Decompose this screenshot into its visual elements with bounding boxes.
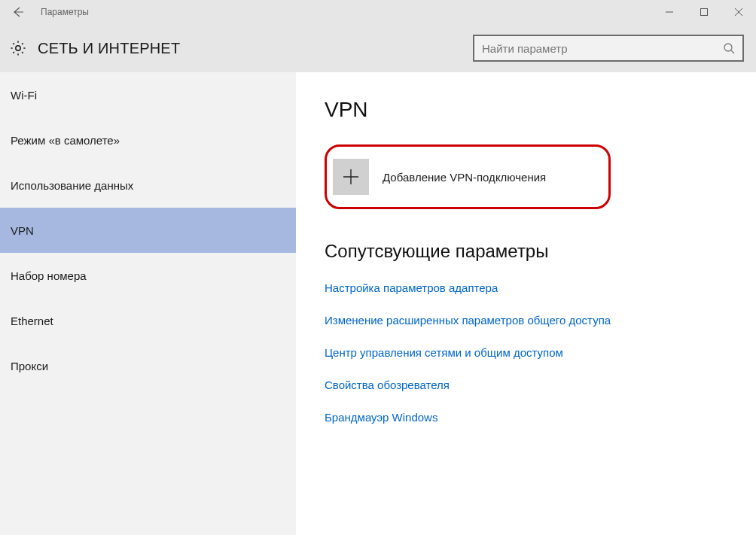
add-vpn-button[interactable]: Добавление VPN-подключения [325,144,611,209]
minimize-button[interactable] [652,0,687,24]
search-input[interactable] [474,42,715,55]
sidebar-item-wifi[interactable]: Wi-Fi [0,72,296,117]
link-internet-options[interactable]: Свойства обозревателя [325,378,726,391]
sidebar-item-label: Ethernet [11,315,53,327]
link-advanced-sharing[interactable]: Изменение расширенных параметров общего … [325,314,726,327]
header: СЕТЬ И ИНТЕРНЕТ [0,24,756,72]
sidebar-item-data-usage[interactable]: Использование данных [0,163,296,208]
maximize-icon [700,8,708,16]
maximize-button[interactable] [687,0,721,24]
close-icon [735,8,742,16]
sidebar-item-vpn[interactable]: VPN [0,208,296,253]
link-adapter-settings[interactable]: Настройка параметров адаптера [325,281,726,294]
main-content: VPN Добавление VPN-подключения Сопутсвую… [296,72,756,535]
minimize-icon [666,8,673,16]
search-icon [715,42,742,54]
search-box[interactable] [473,35,744,62]
sidebar-item-dialup[interactable]: Набор номера [0,253,296,298]
sidebar-item-label: Набор номера [11,269,87,282]
back-button[interactable] [0,0,36,24]
gear-icon [8,38,29,59]
sidebar-item-label: VPN [11,224,34,237]
sidebar: Wi-Fi Режим «в самолете» Использование д… [0,72,296,535]
svg-point-1 [16,46,20,50]
page-title: VPN [325,98,726,122]
titlebar: Параметры [0,0,756,24]
plus-icon [333,159,369,195]
related-settings-title: Сопутсвующие параметры [325,241,726,262]
sidebar-item-proxy[interactable]: Прокси [0,343,296,388]
body-area: Wi-Fi Режим «в самолете» Использование д… [0,72,756,535]
sidebar-item-label: Использование данных [11,179,133,192]
sidebar-item-ethernet[interactable]: Ethernet [0,298,296,343]
sidebar-item-label: Wi-Fi [11,89,37,102]
add-vpn-label: Добавление VPN-подключения [383,171,546,184]
header-title: СЕТЬ И ИНТЕРНЕТ [38,40,180,57]
close-button[interactable] [721,0,756,24]
svg-point-2 [724,44,732,51]
svg-rect-0 [701,9,708,16]
window-controls [652,0,756,24]
window-title: Параметры [36,7,89,17]
sidebar-item-label: Режим «в самолете» [11,134,120,147]
sidebar-item-label: Прокси [11,360,48,372]
arrow-left-icon [12,6,24,18]
link-network-center[interactable]: Центр управления сетями и общим доступом [325,346,726,359]
sidebar-item-airplane[interactable]: Режим «в самолете» [0,117,296,163]
link-firewall[interactable]: Брандмауэр Windows [325,411,726,424]
